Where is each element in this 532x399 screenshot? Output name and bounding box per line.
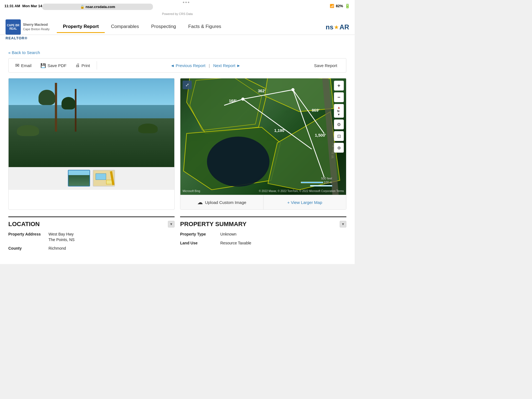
county-value: Richmond — [48, 246, 175, 251]
map-controls-right: + − ▲ N ▼ ⚙ — [334, 81, 344, 153]
wifi-icon: 📶 — [330, 4, 334, 8]
next-report-label: Next Report — [213, 63, 235, 68]
toolbar-actions: Email Save PDF Print — [13, 61, 92, 70]
save-icon — [40, 63, 46, 68]
save-report-label: Save Report — [314, 63, 337, 68]
photo-main: ⤢ — [9, 78, 174, 167]
save-pdf-button[interactable]: Save PDF — [38, 62, 69, 69]
map-compass[interactable]: ▲ N ▼ — [334, 104, 344, 118]
envelope-icon — [15, 62, 19, 68]
nav-tabs: Property Report Comparables Prospecting … — [57, 21, 321, 33]
county-row: County Richmond — [8, 246, 175, 251]
gear-icon: ⚙ — [337, 122, 341, 127]
tab-prospecting[interactable]: Prospecting — [145, 21, 182, 33]
property-address-value: West Bay HwyThe Points, NS — [48, 232, 175, 242]
location-section: LOCATION ▼ Property Address West Bay Hwy… — [8, 216, 175, 255]
tab-comparables[interactable]: Comparables — [105, 21, 145, 33]
agent-name: Sherry Macleod — [23, 22, 50, 27]
plus-icon: + — [337, 83, 341, 89]
status-bar: 11:31 AM Mon Mar 14 🔒 nsar.crsdata.com 📶… — [0, 0, 355, 12]
scale-100m: 100 m — [324, 181, 332, 184]
map-bottom-bar: ☁ Upload Custom Image + View Larger Map — [180, 195, 346, 209]
svg-text:1,190': 1,190' — [274, 128, 285, 133]
property-address-label: Property Address — [8, 232, 48, 242]
print-icon — [75, 63, 80, 68]
photo-panel: ⤢ — [8, 78, 175, 210]
realtor-badge: REALTOR® — [0, 35, 355, 42]
email-button[interactable]: Email — [13, 61, 34, 70]
tab-property-report[interactable]: Property Report — [57, 21, 105, 33]
crosshair-icon: ⊕ — [337, 145, 341, 150]
back-to-search-link[interactable]: « Back to Search — [8, 48, 40, 58]
agent-info: Sherry Macleod Cape Breton Realty — [23, 22, 50, 31]
nsar-logo: ns ★ AR — [326, 23, 349, 31]
prev-icon: ◄ — [170, 63, 175, 68]
date: Mon Mar 14 — [22, 4, 42, 8]
map-zoom-out-button[interactable]: − — [334, 92, 344, 102]
photo-thumbnails — [9, 167, 174, 190]
lock-icon: 🔒 — [80, 5, 85, 9]
minus-icon: − — [337, 94, 341, 100]
map-select-button[interactable]: ⊡ — [334, 131, 344, 141]
map-crosshair-button[interactable]: ⊕ — [334, 143, 344, 153]
map-expand-button[interactable]: ⤢ — [183, 81, 192, 89]
url-text: nsar.crsdata.com — [86, 5, 115, 9]
main-content: « Back to Search Email Save PDF Print ◄ … — [0, 42, 355, 264]
tab-facts-figures[interactable]: Facts & Figures — [182, 21, 227, 33]
map-zoom-in-button[interactable]: + — [334, 81, 344, 91]
property-type-value: Unknown — [220, 232, 346, 237]
location-toggle-button[interactable]: ▼ — [168, 221, 175, 227]
property-address-row: Property Address West Bay HwyThe Points,… — [8, 232, 175, 242]
map-attribution-left: Microsoft Bing — [183, 190, 200, 193]
next-report-button[interactable]: Next Report ► — [213, 63, 241, 68]
svg-point-5 — [207, 137, 270, 187]
location-title: LOCATION ▼ — [8, 221, 175, 228]
svg-marker-0 — [187, 78, 268, 134]
status-bar-left: 11:31 AM Mon Mar 14 — [4, 4, 42, 8]
property-summary-toggle-button[interactable]: ▼ — [340, 221, 346, 227]
map-container[interactable]: W Bay Rd 362' 168' 869' 1,190' — [180, 78, 346, 195]
thumbnail-2[interactable] — [93, 170, 115, 186]
land-use-row: Land Use Resource Taxable — [180, 241, 346, 246]
thumbnail-1[interactable] — [68, 170, 90, 186]
select-icon: ⊡ — [337, 134, 341, 139]
prev-report-button[interactable]: ◄ Previous Report — [170, 63, 206, 68]
map-scale: 500 feet 100 m — [301, 177, 332, 186]
svg-text:362': 362' — [258, 89, 265, 93]
logo-area: CAPE BRREAL Sherry Macleod Cape Breton R… — [6, 19, 50, 35]
map-settings-button[interactable]: ⚙ — [334, 119, 344, 129]
next-icon: ► — [237, 63, 241, 68]
property-type-row: Property Type Unknown — [180, 232, 346, 237]
print-label: Print — [81, 63, 90, 68]
nav-separator: | — [209, 63, 210, 68]
property-type-label: Property Type — [180, 232, 220, 237]
print-button[interactable]: Print — [73, 62, 92, 69]
email-label: Email — [21, 63, 32, 68]
company-name: Cape Breton Realty — [23, 27, 50, 31]
view-larger-map-button[interactable]: + View Larger Map — [264, 195, 346, 209]
property-summary-section: PROPERTY SUMMARY ▼ Property Type Unknown… — [180, 216, 346, 255]
toolbar-nav: ◄ Previous Report | Next Report ► — [101, 63, 310, 68]
address-bar[interactable]: 🔒 nsar.crsdata.com — [42, 4, 153, 10]
battery-percent: 82% — [336, 4, 343, 8]
status-bar-center: 🔒 nsar.crsdata.com — [42, 2, 330, 10]
header: CAPE BRREAL Sherry Macleod Cape Breton R… — [0, 17, 355, 35]
map-panel: W Bay Rd 362' 168' 869' 1,190' — [180, 78, 346, 210]
info-grid: LOCATION ▼ Property Address West Bay Hwy… — [8, 216, 346, 255]
content-grid: ⤢ — [8, 78, 346, 210]
status-bar-right: 📶 82% 🔋 — [330, 3, 350, 9]
svg-text:168': 168' — [229, 99, 237, 103]
view-larger-label: + View Larger Map — [287, 200, 322, 205]
time: 11:31 AM — [4, 4, 20, 8]
upload-custom-image-button[interactable]: ☁ Upload Custom Image — [180, 195, 264, 209]
header-top: CAPE BRREAL Sherry Macleod Cape Breton R… — [6, 17, 349, 35]
land-use-value: Resource Taxable — [220, 241, 346, 246]
toolbar-separator — [97, 61, 97, 70]
scale-500ft: 500 feet — [321, 177, 332, 180]
save-report-button[interactable]: Save Report — [310, 62, 342, 69]
county-label: County — [8, 246, 48, 251]
svg-text:869': 869' — [312, 108, 319, 112]
svg-text:1,500': 1,500' — [315, 133, 326, 137]
cloud-upload-icon: ☁ — [197, 199, 203, 206]
toolbar: Email Save PDF Print ◄ Previous Report |… — [8, 58, 346, 73]
